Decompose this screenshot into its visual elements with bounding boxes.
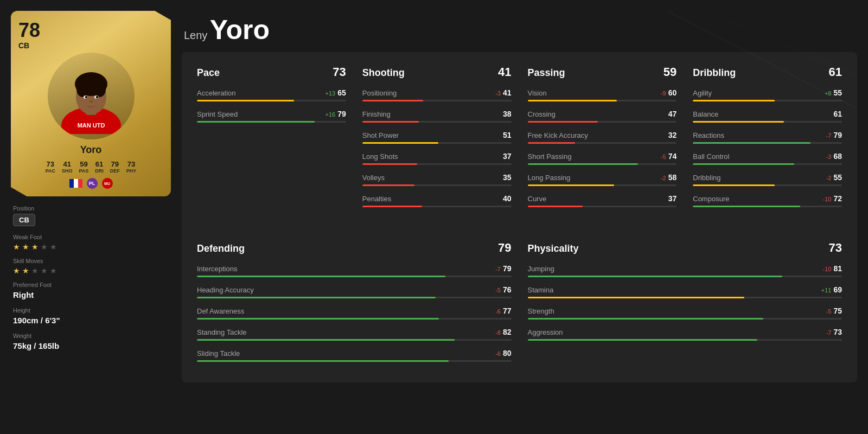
stat-row: Long Shots 37 <box>362 151 512 165</box>
category-defending: Defending 79 Interceptions -779 Heading … <box>197 241 512 369</box>
skill-moves-label: Skill Moves <box>13 258 169 264</box>
stat-row: Free Kick Accuracy 32 <box>528 130 677 144</box>
stat-row: Sliding Tackle -680 <box>197 348 512 362</box>
stat-row: Penalties 40 <box>362 194 512 207</box>
dribbling-name: Dribbling <box>693 67 736 79</box>
fut-card: 78 CB <box>11 11 171 196</box>
svg-point-5 <box>93 82 106 97</box>
card-stats-row: 73 PAC 41 SHO 59 PAS 61 DRI 79 DEF 73 PH… <box>46 160 137 174</box>
position-value: CB <box>13 214 35 226</box>
card-stat-pac: 73 PAC <box>46 160 55 174</box>
defending-score: 79 <box>498 241 511 255</box>
stat-row: Vision -960 <box>528 88 677 101</box>
card-stat-phy: 73 PHY <box>126 160 137 174</box>
card-top: 78 CB <box>18 21 163 50</box>
stat-row: Sprint Speed +1679 <box>197 109 346 123</box>
card-stat-pas: 59 PAS <box>79 160 89 174</box>
stat-row: Aggression -773 <box>528 327 843 341</box>
height-label: Height <box>13 307 169 314</box>
player-first-name: Leny <box>184 29 207 41</box>
card-flags: PL MU <box>69 178 113 189</box>
card-stat-sho: 41 SHO <box>62 160 73 174</box>
defending-header: Defending 79 <box>197 241 512 255</box>
height-value: 190cm / 6'3" <box>13 316 169 325</box>
player-last-name: Yoro <box>210 15 270 45</box>
preferred-foot-value: Right <box>13 290 169 299</box>
stat-row: Heading Accuracy -576 <box>197 285 512 298</box>
category-shooting: Shooting 41 Positioning -341 Finishing 3… <box>362 65 512 215</box>
star-1: ★ <box>13 242 21 250</box>
svg-point-10 <box>90 100 93 103</box>
stat-row: Crossing 47 <box>528 109 677 123</box>
pace-score: 73 <box>333 65 346 79</box>
stat-row: Acceleration +1365 <box>197 88 346 101</box>
weak-foot-label: Weak Foot <box>13 234 169 240</box>
skill-star-4: ★ <box>41 266 48 274</box>
star-3: ★ <box>31 242 39 250</box>
card-stat-def: 79 DEF <box>110 160 120 174</box>
stat-row: Ball Control -368 <box>693 151 842 165</box>
stat-row: Reactions -779 <box>693 130 842 144</box>
player-card-section: 78 CB <box>11 11 171 350</box>
stat-row: Dribbling -255 <box>693 173 842 186</box>
svg-point-8 <box>85 96 87 99</box>
stats-top-grid: Pace 73 Acceleration +1365 Sprint Speed … <box>197 65 842 215</box>
stat-row: Agility +855 <box>693 88 842 101</box>
skill-star-1: ★ <box>13 266 21 274</box>
stat-row: Finishing 38 <box>362 109 512 123</box>
stat-row: Long Passing -258 <box>528 173 677 186</box>
category-passing: Passing 59 Vision -960 Crossing 47 <box>528 65 677 215</box>
dribbling-score: 61 <box>829 65 842 79</box>
card-position: CB <box>18 41 29 50</box>
category-physicality: Physicality 73 Jumping -1081 Stamina +11… <box>528 241 843 369</box>
svg-point-4 <box>76 82 90 97</box>
star-4: ★ <box>41 242 48 250</box>
position-label: Position <box>13 205 169 212</box>
stat-row: Positioning -341 <box>362 88 512 101</box>
skill-star-5: ★ <box>50 266 58 274</box>
stats-section: Pace 73 Acceleration +1365 Sprint Speed … <box>182 52 857 382</box>
defending-name: Defending <box>197 243 245 254</box>
physicality-score: 73 <box>829 241 842 255</box>
card-player-name: Yoro <box>80 144 102 156</box>
stat-row: Strength -575 <box>528 306 843 320</box>
card-rating: 78 <box>18 21 40 40</box>
star-2: ★ <box>22 242 30 250</box>
physicality-header: Physicality 73 <box>528 241 843 255</box>
shooting-name: Shooting <box>362 67 405 79</box>
main-content: Leny Yoro Pace 73 Acceleration +1365 <box>182 11 857 382</box>
star-5: ★ <box>50 242 58 250</box>
stat-row: Shot Power 51 <box>362 130 512 144</box>
stat-row: Balance 61 <box>693 109 842 123</box>
weight-value: 75kg / 165lb <box>13 341 169 350</box>
stat-row: Composure -1072 <box>693 194 842 207</box>
category-dribbling: Dribbling 61 Agility +855 Balance 61 <box>693 65 842 215</box>
weak-foot-stars: ★ ★ ★ ★ ★ <box>13 242 169 250</box>
card-stat-dri: 61 DRI <box>95 160 104 174</box>
stat-row: Def Awareness -677 <box>197 306 512 320</box>
stat-row: Volleys 35 <box>362 173 512 186</box>
player-image: MAN UTD <box>48 53 135 139</box>
france-flag <box>69 179 82 188</box>
dribbling-header: Dribbling 61 <box>693 65 842 79</box>
passing-score: 59 <box>663 65 676 79</box>
preferred-foot-label: Preferred Foot <box>13 282 169 288</box>
passing-name: Passing <box>528 67 565 79</box>
stat-row: Stamina +1169 <box>528 285 843 298</box>
svg-text:MAN UTD: MAN UTD <box>77 122 105 129</box>
stat-row: Jumping -1081 <box>528 264 843 277</box>
pace-name: Pace <box>197 67 220 79</box>
skill-star-3: ★ <box>31 266 39 274</box>
man-utd-badge: MU <box>102 178 113 189</box>
weight-label: Weight <box>13 333 169 339</box>
svg-point-9 <box>95 96 98 99</box>
premier-league-badge: PL <box>87 178 98 189</box>
physicality-name: Physicality <box>528 243 579 254</box>
player-info: Position CB Weak Foot ★ ★ ★ ★ ★ Skill Mo… <box>11 205 171 350</box>
stat-row: Short Passing -574 <box>528 151 677 165</box>
stat-row: Interceptions -779 <box>197 264 512 277</box>
stat-row: Curve 37 <box>528 194 677 207</box>
player-name-header: Leny Yoro <box>182 11 857 52</box>
skill-moves-stars: ★ ★ ★ ★ ★ <box>13 266 169 274</box>
shooting-score: 41 <box>498 65 511 79</box>
